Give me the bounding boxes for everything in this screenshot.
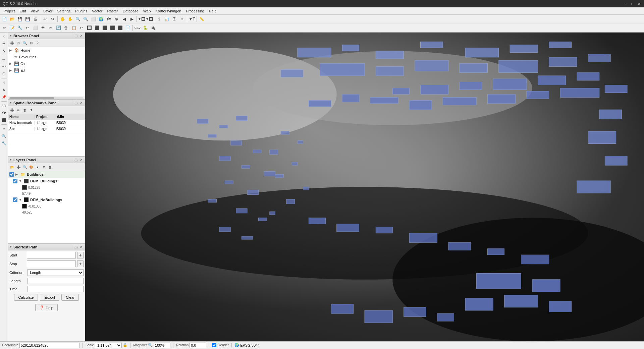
titlebar-controls[interactable]: — □ ✕ xyxy=(623,1,641,6)
menu-view[interactable]: View xyxy=(29,8,41,14)
vtb-pin[interactable]: 📌 xyxy=(1,94,7,100)
vtb-3d[interactable]: 3D xyxy=(1,103,7,109)
shortest-path-header[interactable]: ▼ Shortest Path ⬚ ✕ xyxy=(8,244,85,250)
map-canvas[interactable] xyxy=(85,33,644,341)
bm-delete-btn[interactable]: 🗑 xyxy=(22,107,28,113)
bm-row-2[interactable]: Site 1.1.qgs 53030 xyxy=(8,126,85,132)
tb-save-as[interactable]: 💾 xyxy=(24,15,31,23)
tb-save[interactable]: 💾 xyxy=(16,15,23,23)
tb-plugin1[interactable]: 🔌 xyxy=(149,24,157,32)
tb-digitize-3[interactable]: 🔧 xyxy=(16,24,23,32)
tb-zoom-out[interactable]: 🔍 xyxy=(82,15,89,23)
sp-time-input[interactable] xyxy=(28,286,84,292)
tb-stats[interactable]: Σ xyxy=(171,15,178,23)
vtb-polygon[interactable]: ⬡ xyxy=(1,70,7,77)
layer-dem-nobuildings-check[interactable] xyxy=(13,197,17,202)
bm-share-btn[interactable]: ⬆ xyxy=(28,107,34,113)
sp-clear-btn[interactable]: Clear xyxy=(61,294,79,301)
browser-panel-header[interactable]: ▼ Browser Panel ⬚ ✕ xyxy=(8,33,85,39)
browser-help-btn[interactable]: ? xyxy=(35,40,41,46)
tb-identify[interactable]: ℹ xyxy=(155,15,163,23)
browser-collapse-btn[interactable]: ⊟ xyxy=(28,40,34,46)
vtb-gear[interactable]: ⚙ xyxy=(1,126,7,132)
minimize-btn[interactable]: — xyxy=(623,1,628,6)
tb-measure[interactable]: 📏 xyxy=(198,15,205,23)
menu-web[interactable]: Web xyxy=(141,8,153,14)
tb-zoom-layer[interactable]: 🗺 xyxy=(105,15,112,23)
vtb-label[interactable]: A xyxy=(1,86,7,93)
sp-criterion-select[interactable]: Length xyxy=(28,269,84,276)
bm-row-1[interactable]: New bookmark 1.1.qgs 53030 xyxy=(8,120,85,126)
browser-refresh-btn[interactable]: ↻ xyxy=(15,40,21,46)
tb-rubber-band[interactable]: ⬜ xyxy=(90,15,97,23)
browser-item-c[interactable]: ▶ 💾 C:/ xyxy=(8,60,85,67)
vtb-route[interactable]: 🗺 xyxy=(1,110,7,116)
menu-processing[interactable]: Processing xyxy=(184,8,206,14)
tb-pan-map[interactable]: ✋ xyxy=(66,15,74,23)
tb-digitize-12[interactable]: 🔲 xyxy=(86,24,93,32)
tb-open[interactable]: 📂 xyxy=(8,15,16,23)
tb-digitize-5[interactable]: ⬜ xyxy=(32,24,39,32)
vtb-tool1[interactable]: ⬛ xyxy=(1,117,7,123)
menu-project[interactable]: Project xyxy=(1,8,17,14)
sb-scale-select[interactable]: 1:11,024 xyxy=(95,343,122,348)
tb-pan[interactable]: 🖐 xyxy=(59,15,66,23)
tb-redo[interactable]: ↪ xyxy=(49,15,56,23)
sb-render-check[interactable] xyxy=(212,343,216,347)
layers-add-btn[interactable]: ➕ xyxy=(15,164,21,170)
menu-raster[interactable]: Raster xyxy=(105,8,120,14)
tb-digitize-14[interactable]: ⬛ xyxy=(101,24,108,32)
bm-edit-btn[interactable]: ✏ xyxy=(15,107,21,113)
tb-zoom-last[interactable]: ◀ xyxy=(120,15,128,23)
tb-attribute-table[interactable]: 📊 xyxy=(163,15,170,23)
tb-undo[interactable]: ↩ xyxy=(41,15,49,23)
tb-digitize-15[interactable]: ⬛ xyxy=(109,24,116,32)
sp-export-btn[interactable]: Export xyxy=(40,294,59,301)
tb-zoom-in[interactable]: 🔍 xyxy=(74,15,82,23)
tb-print[interactable]: 🖨 xyxy=(32,15,39,23)
sb-rotation-input[interactable] xyxy=(190,343,206,348)
tb-digitize-10[interactable]: 📋 xyxy=(70,24,77,32)
menu-help[interactable]: Help xyxy=(207,8,219,14)
layers-move-down-btn[interactable]: ▼ xyxy=(41,164,47,170)
sp-calculate-btn[interactable]: Calculate xyxy=(14,294,38,301)
vtb-search[interactable]: 🔍 xyxy=(1,133,7,139)
sp-start-add-btn[interactable]: + xyxy=(77,252,84,258)
browser-add-btn[interactable]: ➕ xyxy=(9,40,15,46)
layers-filter-btn[interactable]: 🔍 xyxy=(22,164,28,170)
sp-start-input[interactable] xyxy=(27,252,76,258)
menu-kortforsyningen[interactable]: Kortforsyningen xyxy=(153,8,183,14)
tb-digitize-4[interactable]: ↩ xyxy=(24,24,31,32)
browser-filter-btn[interactable]: 🔍 xyxy=(22,40,28,46)
bookmarks-close-btn[interactable]: ✕ xyxy=(79,101,84,105)
browser-float-btn[interactable]: ⬚ xyxy=(73,34,78,38)
maximize-btn[interactable]: □ xyxy=(630,1,635,6)
vtb-select[interactable]: ↖ xyxy=(1,47,7,54)
layer-dem-nobuildings[interactable]: ▼ DEM_NoBuildings xyxy=(8,196,85,203)
tb-map-tips[interactable]: ▼T xyxy=(188,15,196,23)
menu-edit[interactable]: Edit xyxy=(17,8,28,14)
tb-zoom-full[interactable]: 🌍 xyxy=(97,15,105,23)
menu-layer[interactable]: Layer xyxy=(41,8,55,14)
layer-dem-buildings-check[interactable] xyxy=(13,179,17,183)
sp-close-btn[interactable]: ✕ xyxy=(79,245,84,249)
layers-remove-btn[interactable]: 🗑 xyxy=(47,164,53,170)
tb-digitize-2[interactable]: 📝 xyxy=(8,24,16,32)
tb-digitize-16[interactable]: ⬛ xyxy=(116,24,124,32)
bookmarks-panel-header[interactable]: ▼ Spatial Bookmarks Panel ⬚ ✕ xyxy=(8,100,85,106)
sp-stop-input[interactable] xyxy=(27,260,76,267)
sp-float-btn[interactable]: ⬚ xyxy=(73,245,78,249)
browser-item-home[interactable]: ▶ 🏠 Home xyxy=(8,47,85,54)
tb-digitize-1[interactable]: ✏ xyxy=(1,24,8,32)
browser-item-e[interactable]: ▶ 💾 E:/ xyxy=(8,67,85,74)
menu-plugins[interactable]: Plugins xyxy=(73,8,89,14)
tb-digitize-17[interactable]: 📄 xyxy=(124,24,131,32)
map-area[interactable] xyxy=(85,33,644,341)
browser-item-favourites[interactable]: ☆ Favourites xyxy=(8,54,85,60)
tb-digitize-11[interactable]: ↩ xyxy=(78,24,85,32)
menu-database[interactable]: Database xyxy=(121,8,141,14)
vtb-tool2[interactable]: 🔧 xyxy=(1,140,7,147)
tb-digitize-7[interactable]: ✂ xyxy=(47,24,54,32)
sb-magnifier-input[interactable] xyxy=(154,343,170,348)
vtb-info[interactable]: ℹ xyxy=(1,79,7,86)
